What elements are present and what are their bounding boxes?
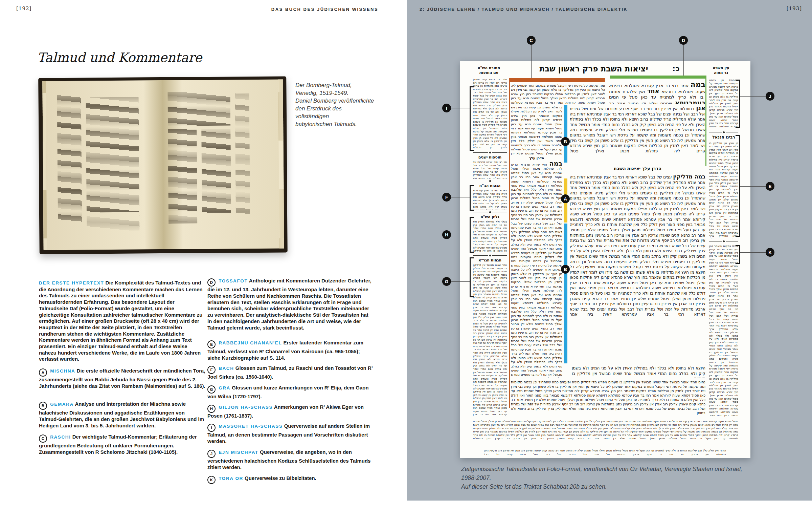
tora-or-column: אפילו במקום שנאמר בהן חוץ שירא פרנדא קרי… [709, 245, 738, 417]
legend-item-raschi: C RASCHI Der wichtigste Talmud-Kommentar… [39, 434, 205, 456]
daf-title: יציאות השבת פרק ראשון שבת [521, 64, 667, 73]
gra-header: הגהות הגר"א [473, 258, 507, 262]
gemara-column-upper: אנן בחותלות אין צריכין רוב תני רב יוסף א… [570, 105, 705, 165]
divider-flourish [709, 240, 738, 242]
gemara-column-bottom: היוצא ולא בחוסן ולא בכלך ולא בפתילת האיד… [572, 366, 705, 378]
masoret-hashas-column: אמר רב כהנא קנים שאגדן צריכין רוב אגדן א… [473, 78, 507, 150]
raschi-marker-bar [509, 78, 605, 82]
connector-c [531, 45, 532, 78]
divider-flourish [473, 211, 507, 213]
divider-flourish [473, 152, 507, 153]
gra-text: אחד שאינו מבושל אין מדליקין בו פעמים מפר… [473, 263, 507, 417]
item-letter-b: B [39, 402, 47, 410]
breadcrumb: 2: JÜDISCHE LEHRE / TALMUD UND MIDRASCH … [420, 7, 628, 12]
gilyon-hashas-header: גליון הש"ס [473, 215, 507, 219]
book-pages [42, 80, 284, 250]
item-letter-c: C [39, 435, 47, 443]
legend-item-giljon-ha-schass: H GILJON HA-SCHASS Anmerkungen von R’ Ak… [207, 404, 374, 419]
callout-g: G [442, 277, 451, 286]
ein-mishpat-column: שהתחיל וכן בכמה מקומות ומה שקשה על גירסת… [709, 79, 738, 128]
callout-f: F [442, 193, 451, 202]
daf-mark: כ: [669, 64, 683, 73]
connector-e [740, 186, 766, 187]
right-page-number: [193] [768, 5, 802, 12]
bach-header: הגהות הב"ח [473, 184, 507, 188]
connector-f [451, 197, 470, 197]
gemara-top-block: במה אמר רמי בר אבין עטרנא פסולתא דזיפתא … [609, 82, 705, 104]
page-bottom-wide-block: נחום המדי אומר מבושל אחד שאינו מבושל אין… [511, 380, 705, 417]
divider-flourish [709, 131, 738, 133]
connector-h [451, 235, 470, 235]
legend-item-gemara: B GEMARA Analyse und Interpretation der … [39, 401, 205, 429]
legend-item-gra: G GRA Glossen und kurze Anmerkungen von … [207, 385, 374, 400]
callout-a: A [561, 194, 570, 203]
callout-j: J [766, 92, 774, 101]
legend-item-mischna: A MISCHNA Die erste offizielle Niedersch… [39, 368, 205, 389]
bracket-bach [470, 185, 471, 211]
tossafot-marker-bar [610, 76, 706, 79]
intro-paragraph: DER ERSTE HYPERTEXT Die Komplexität des … [39, 280, 205, 362]
connector-g [451, 281, 470, 282]
bach-text: דארזא רמי בר אבין עמרניתא דאית ביה אמר ע… [473, 189, 507, 210]
callout-i: I [442, 104, 451, 112]
bracket-tora-or [739, 245, 740, 264]
bracket-rabbejnu-chananel [739, 135, 740, 237]
callout-d: D [679, 36, 688, 45]
left-page-number: [192] [16, 5, 31, 12]
raschi-marker-rule [509, 82, 510, 408]
mischna-and-gemara-column: במה מדליקין עצים של בבל שוכא דארזא רמי ב… [570, 174, 705, 364]
legend-item-tossafot: D TOSSAFOT Anthologie mit Kommentaren Du… [207, 278, 374, 331]
gilyon-hashas-text: בכלך ולא בפתילת האידן ולא על פני המים ול… [473, 220, 507, 253]
divider-flourish [473, 255, 507, 256]
raschi-top-block: ומה שקשה על גירסת רשי דקובל מפורש במקום … [511, 84, 605, 104]
callout-b-lower: B [561, 265, 570, 274]
callout-e: E [766, 182, 774, 191]
rabbeinu-chananel-header: רבינו חננאל [709, 135, 738, 140]
hadran-line: הדרן עלך יציאות השבת [570, 166, 705, 171]
tosafot-yeshanim-text: תני רב יוסף ארבע מדורות של זפת ושל גפרית… [473, 161, 507, 179]
raschi-column-lower: במה חוץ שירא פרנדא קריגן ליה פתילות מכאן… [511, 161, 562, 378]
hadran-raschi: הדרן עלך [511, 156, 562, 160]
left-running-head: DAS BUCH DES JÜDISCHEN WISSENS [237, 7, 413, 12]
connector-j [740, 96, 766, 97]
tossafot-marker-rule [705, 79, 706, 166]
masoret-hashas-header: מסורת הש"ס עם הוספות [473, 66, 505, 75]
legend-item-rabbejnu-chananel: E RABBEJNU CHANAN’EL Erster laufender Ko… [207, 340, 374, 361]
callout-k: K [766, 248, 774, 257]
connector-i [451, 108, 470, 108]
callout-b-upper: B [561, 137, 570, 146]
intro-label: DER ERSTE HYPERTEXT [39, 280, 104, 285]
photo-caption: Der Bomberg-Talmud, Venedig, 1519-1549. … [295, 81, 377, 128]
bracket-gra [470, 257, 471, 297]
gemara-marker-bar-lower [564, 224, 567, 363]
bamah-catchword: במה [549, 161, 562, 167]
bomberg-talmud-photo [38, 76, 288, 254]
tosafot-yeshanim-header: תוספות ישנים [473, 155, 507, 160]
bracket-massoret [470, 86, 471, 151]
legend-item-tora-or: K TORA OR Querverweise zu Bibelzitaten. [207, 475, 374, 484]
legend-item-bach: F BACH Glossen zum Talmud, zu Raschi und… [207, 365, 374, 380]
connector-k [740, 252, 766, 253]
raschi-column-upper: בו אלא פשתן וכן קשה גבי מידן ויש לומר דא… [511, 105, 562, 155]
bottom-final-lines: האור ואין דולק כלל ואין שלהבת אוחזת בו ו… [484, 449, 726, 457]
ein-mishpat-header: עין משפט נר מצוה [709, 66, 733, 75]
legend-item-ejn-mischpat: J EJN MISCHPAT Querverweise, die angeben… [207, 449, 374, 471]
legend-item-massoret-ha-schass: I MASSORET HA-SCHASS Querverweise auf an… [207, 423, 374, 445]
connector-d [683, 45, 684, 76]
bracket-giljon [470, 217, 471, 253]
rabbeinu-chananel-text: מן העץ אין מדליקין בו אלא פשתן וכן קשה ג… [709, 142, 738, 238]
bracket-ejn-mischpat [739, 80, 740, 128]
gemara-marker-bar-upper [564, 105, 567, 163]
intro-text: Die Komplexität des Talmud-Textes und di… [39, 280, 203, 362]
talmud-page-caption: Zeitgenössische Talmudseite im Folio-For… [461, 465, 752, 491]
divider-flourish [473, 180, 507, 182]
callout-c: C [527, 36, 536, 45]
page-title: Talmud und Kommentare [37, 50, 202, 65]
item-letter-a: A [39, 368, 47, 377]
bottom-notes-band: פסול זיפתא שעוה קירותא אמר רמי בר אבין ע… [473, 420, 738, 447]
callout-h: H [442, 230, 451, 239]
